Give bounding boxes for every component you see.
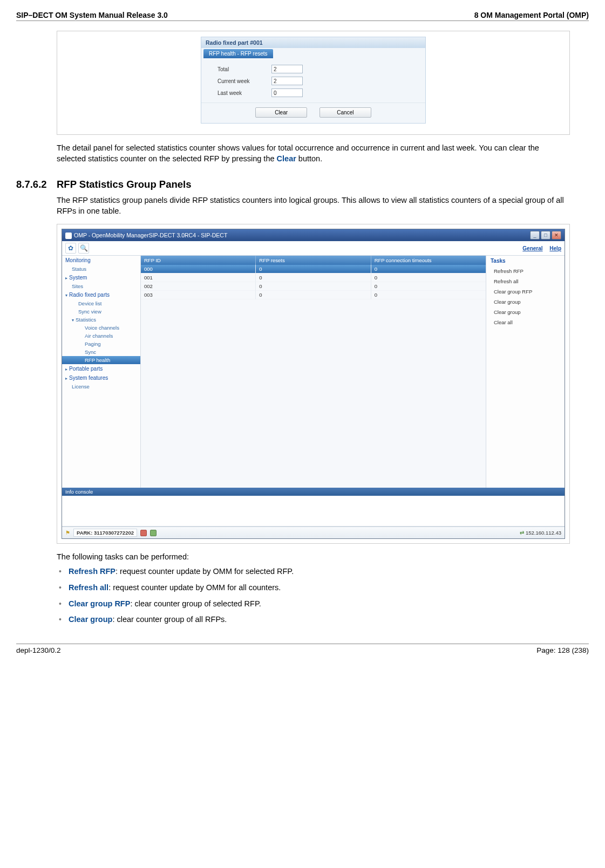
paragraph-tasks-intro: The following tasks can be performed: [57, 551, 570, 562]
search-icon[interactable]: 🔍 [78, 243, 89, 254]
info-console-header[interactable]: Info console [62, 488, 565, 496]
tasks-pane: Tasks Refresh RFP Refresh all Clear grou… [486, 256, 565, 488]
section-heading: 8.7.6.2 RFP Statistics Group Panels [16, 179, 589, 190]
footer-right: Page: 128 (238) [536, 646, 589, 654]
footer-left: depl-1230/0.2 [16, 646, 61, 654]
section-number: 8.7.6.2 [16, 179, 57, 190]
sidebar-status[interactable]: Status [62, 265, 140, 273]
info-console-body [62, 496, 565, 527]
table-row[interactable]: 001 0 0 [141, 274, 486, 282]
task-refresh-all[interactable]: Refresh all [486, 276, 565, 286]
sidebar-statistics[interactable]: Statistics [62, 316, 140, 324]
value-current-week: 2 [271, 77, 303, 85]
window-controls: _ □ ✕ [530, 231, 561, 240]
dialog-body: Total 2 Current week 2 Last week 0 [201, 58, 425, 102]
paragraph-detail-panel: The detail panel for selected statistics… [57, 142, 570, 165]
table-row[interactable]: 003 0 0 [141, 291, 486, 299]
col-rfp-resets[interactable]: RFP resets [256, 256, 371, 265]
list-item: Clear group RFP: clear counter group of … [57, 599, 570, 610]
clear-term: Clear [277, 154, 296, 163]
list-item: Clear group: clear counter group of all … [57, 614, 570, 625]
sidebar-sites[interactable]: Sites [62, 282, 140, 290]
sidebar-sync[interactable]: Sync [62, 348, 140, 356]
sidebar-air-channels[interactable]: Air channels [62, 332, 140, 340]
dialog-tab[interactable]: RFP health - RFP resets [203, 49, 273, 58]
value-last-week: 0 [271, 88, 303, 97]
omp-title-text: OMP - OpenMobility ManagerSIP-DECT 3.0RC… [65, 232, 227, 239]
sidebar-rfp-health[interactable]: RFP health [62, 356, 140, 364]
link-general[interactable]: General [522, 245, 542, 251]
paragraph-group-panels: The RFP statistics group panels divide R… [57, 195, 570, 217]
status-flag-icon: ⚑ [65, 530, 70, 536]
task-clear-all[interactable]: Clear all [486, 317, 565, 327]
omp-window: OMP - OpenMobility ManagerSIP-DECT 3.0RC… [62, 229, 565, 539]
maximize-icon[interactable]: □ [541, 231, 550, 240]
sidebar-paging[interactable]: Paging [62, 340, 140, 348]
sidebar: Monitoring Status System Sites Radio fix… [62, 256, 141, 488]
page-header: SIP–DECT OM System Manual Release 3.0 8 … [16, 11, 589, 21]
figure-omp-window: OMP - OpenMobility ManagerSIP-DECT 3.0RC… [57, 224, 570, 544]
sidebar-monitoring[interactable]: Monitoring [62, 256, 140, 265]
section-title: RFP Statistics Group Panels [57, 179, 191, 190]
figure-rfp-detail: Radio fixed part #001 RFP health - RFP r… [57, 31, 570, 135]
close-icon[interactable]: ✕ [552, 231, 561, 240]
task-clear-group-2[interactable]: Clear group [486, 307, 565, 317]
cancel-button[interactable]: Cancel [320, 107, 371, 118]
label-last-week: Last week [217, 90, 271, 96]
value-total: 2 [271, 65, 303, 73]
sidebar-voice-channels[interactable]: Voice channels [62, 324, 140, 332]
sidebar-license[interactable]: License [62, 382, 140, 391]
statistics-table: RFP ID RFP resets RFP connection timeout… [141, 256, 486, 488]
list-item: Refresh RFP: request counter update by O… [57, 566, 570, 577]
task-bullet-list: Refresh RFP: request counter update by O… [57, 566, 570, 625]
col-rfp-timeouts[interactable]: RFP connection timeouts [371, 256, 486, 265]
status-indicator-1-icon [140, 530, 147, 536]
page-footer: depl-1230/0.2 Page: 128 (238) [16, 644, 589, 654]
rfp-detail-dialog: Radio fixed part #001 RFP health - RFP r… [201, 37, 426, 124]
label-current-week: Current week [217, 78, 271, 84]
link-help[interactable]: Help [549, 245, 561, 251]
status-indicator-2-icon [150, 530, 157, 536]
tasks-title: Tasks [486, 256, 565, 266]
omp-titlebar: OMP - OpenMobility ManagerSIP-DECT 3.0RC… [62, 229, 565, 241]
sidebar-rfp[interactable]: Radio fixed parts [62, 290, 140, 299]
omp-toolbar: ✿ 🔍 General Help [62, 241, 565, 256]
row-current-week: Current week 2 [217, 77, 414, 85]
status-bar: ⚑ PARK: 31170307272202 ⇄ 152.160.112.43 [62, 527, 565, 538]
clear-button[interactable]: Clear [255, 107, 307, 118]
col-rfp-id[interactable]: RFP ID [141, 256, 256, 265]
status-park: PARK: 31170307272202 [73, 529, 137, 537]
table-row[interactable]: 002 0 0 [141, 282, 486, 291]
list-item: Refresh all: request counter update by O… [57, 583, 570, 593]
top-links: General Help [517, 245, 561, 251]
task-clear-group-rfp[interactable]: Clear group RFP [486, 286, 565, 297]
label-total: Total [217, 66, 271, 72]
table-header-row: RFP ID RFP resets RFP connection timeout… [141, 256, 486, 265]
task-refresh-rfp[interactable]: Refresh RFP [486, 266, 565, 276]
minimize-icon[interactable]: _ [530, 231, 540, 240]
network-icon: ⇄ [520, 530, 524, 536]
row-last-week: Last week 0 [217, 88, 414, 97]
sidebar-device-list[interactable]: Device list [62, 299, 140, 307]
table-row[interactable]: 000 0 0 [141, 265, 486, 274]
header-left: SIP–DECT OM System Manual Release 3.0 [16, 11, 168, 19]
status-ip: ⇄ 152.160.112.43 [520, 530, 561, 536]
task-clear-group[interactable]: Clear group [486, 297, 565, 307]
sidebar-sync-view[interactable]: Sync view [62, 307, 140, 316]
sidebar-portable-parts[interactable]: Portable parts [62, 364, 140, 373]
dialog-button-row: Clear Cancel [201, 102, 425, 123]
header-right: 8 OM Management Portal (OMP) [474, 11, 589, 19]
sidebar-system-features[interactable]: System features [62, 373, 140, 382]
dialog-title: Radio fixed part #001 [201, 37, 425, 48]
row-total: Total 2 [217, 65, 414, 73]
gear-icon[interactable]: ✿ [65, 243, 76, 254]
sidebar-system[interactable]: System [62, 273, 140, 282]
